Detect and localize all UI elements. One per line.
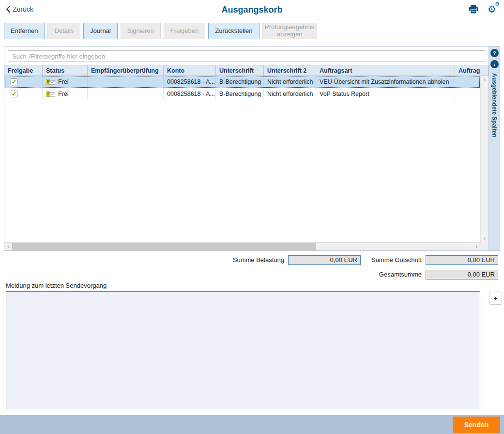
column-header-freigabe[interactable]: Freigabe [4, 65, 43, 76]
gear-icon: ⚙ ⚙ [488, 4, 496, 14]
auftrag-cell [455, 88, 480, 100]
total-sum-label: Gesamtsumme [379, 271, 422, 278]
unterschrift2-cell: Nicht erforderlich [264, 88, 316, 100]
hidden-columns-label: Ausgeblendete Spalten [491, 73, 498, 138]
status-mail-icon [46, 79, 55, 85]
journal-button[interactable]: Journal [83, 23, 118, 39]
chevron-left-circle-icon: ‹ [493, 62, 495, 67]
table-row[interactable]: Frei 0008258618 - A... B-Berechtigung Ni… [4, 76, 480, 88]
column-header-konto[interactable]: Konto [164, 65, 216, 76]
details-button: Details [47, 23, 80, 39]
column-header-status[interactable]: Status [43, 65, 88, 76]
send-button[interactable]: Senden [453, 417, 500, 433]
help-button[interactable]: ? [490, 49, 499, 57]
column-header-empfaengerueberpruefung[interactable]: Empfängerüberprüfung [88, 65, 164, 76]
unterschrift-cell: B-Berechtigung [216, 88, 264, 100]
status-text: Frei [58, 91, 69, 97]
auftrag-cell [455, 76, 480, 88]
credit-sum-value: 0,00 EUR [426, 255, 498, 265]
scroll-right-icon[interactable]: › [473, 243, 480, 250]
sign-button: Signieren [121, 23, 161, 39]
release-checkbox[interactable] [11, 78, 17, 85]
settings-button[interactable]: ⚙ ⚙ [486, 3, 498, 16]
horizontal-scrollbar-thumb[interactable] [12, 243, 316, 251]
collapse-panel-button[interactable]: ‹ [490, 60, 499, 68]
approve-button: Freigeben [164, 23, 206, 39]
unterschrift-cell: B-Berechtigung [216, 76, 264, 88]
postpone-button[interactable]: Zurückstellen [208, 23, 259, 39]
column-header-auftrag[interactable]: Auftrag [455, 65, 489, 76]
status-cell: Frei [43, 76, 88, 88]
credit-sum-label: Summe Gutschrift [371, 256, 422, 264]
top-header: Zurück Ausgangskorb ⚙ ⚙ [0, 0, 504, 19]
debit-sum-label: Summe Belastung [233, 256, 284, 264]
total-sum-value: 0,00 EUR [426, 270, 498, 279]
status-text: Frei [58, 78, 69, 85]
outbox-panel: Freigabe Status Empfängerüberprüfung Kon… [4, 46, 500, 251]
scroll-down-icon[interactable]: ∨ [483, 236, 487, 241]
scrollbar-corner [480, 242, 489, 250]
vertical-scrollbar[interactable]: ∧ ∨ [480, 76, 489, 242]
remove-button[interactable]: Entfernen [4, 23, 45, 39]
empfaengerueberpruefung-cell [88, 76, 164, 88]
plus-icon: + [493, 294, 497, 302]
chevron-left-icon [6, 6, 10, 13]
footer-bar: Senden [0, 415, 504, 434]
last-send-message-section: Meldung zum letzten Sendevorgang + [6, 282, 498, 410]
status-mail-icon [46, 91, 55, 97]
column-header-auftragsart[interactable]: Auftragsart [316, 65, 455, 76]
print-button[interactable] [467, 3, 480, 16]
status-cell: Frei [43, 88, 88, 100]
last-send-message-label: Meldung zum letzten Sendevorgang [6, 282, 498, 289]
table-row[interactable]: Frei 0008258618 - A... B-Berechtigung Ni… [4, 88, 480, 100]
printer-icon [468, 4, 479, 15]
column-header-unterschrift-2[interactable]: Unterschrift 2 [264, 65, 316, 76]
search-input[interactable] [8, 50, 485, 62]
totals-section: Summe Belastung 0,00 EUR Summe Gutschrif… [0, 255, 498, 279]
table-header-row: Freigabe Status Empfängerüberprüfung Kon… [4, 65, 489, 76]
expand-message-button[interactable]: + [489, 292, 502, 305]
release-checkbox[interactable] [11, 91, 17, 97]
back-link[interactable]: Zurück [6, 5, 33, 13]
konto-cell: 0008258618 - A... [164, 76, 216, 88]
toolbar: Entfernen Details Journal Signieren Frei… [4, 23, 504, 39]
freigabe-cell [4, 88, 43, 100]
scroll-up-icon[interactable]: ∧ [483, 78, 487, 82]
horizontal-scrollbar[interactable]: ‹ › [4, 242, 480, 250]
column-header-unterschrift[interactable]: Unterschrift [216, 65, 264, 76]
auftragsart-cell: VoP Status Report [316, 88, 455, 100]
debit-sum-value: 0,00 EUR [288, 255, 361, 265]
freigabe-cell [4, 76, 43, 88]
auftragsart-cell: VEU-Übersicht mit Zusatzinformationen ab… [316, 76, 455, 88]
hidden-columns-strip: ? ‹ Ausgeblendete Spalten [489, 46, 500, 250]
scroll-left-icon[interactable]: ‹ [4, 243, 12, 250]
help-icon: ? [493, 50, 496, 56]
last-send-message-box[interactable] [6, 291, 480, 410]
konto-cell: 0008258618 - A... [164, 88, 216, 100]
unterschrift2-cell: Nicht erforderlich [264, 76, 316, 88]
back-label: Zurück [13, 5, 33, 13]
page-title: Ausgangskorb [0, 0, 504, 15]
table-body: Frei 0008258618 - A... B-Berechtigung Ni… [4, 76, 489, 242]
check-result-button: Prüfungsergebnis anzeigen [262, 23, 317, 39]
empfaengerueberpruefung-cell [88, 88, 164, 100]
